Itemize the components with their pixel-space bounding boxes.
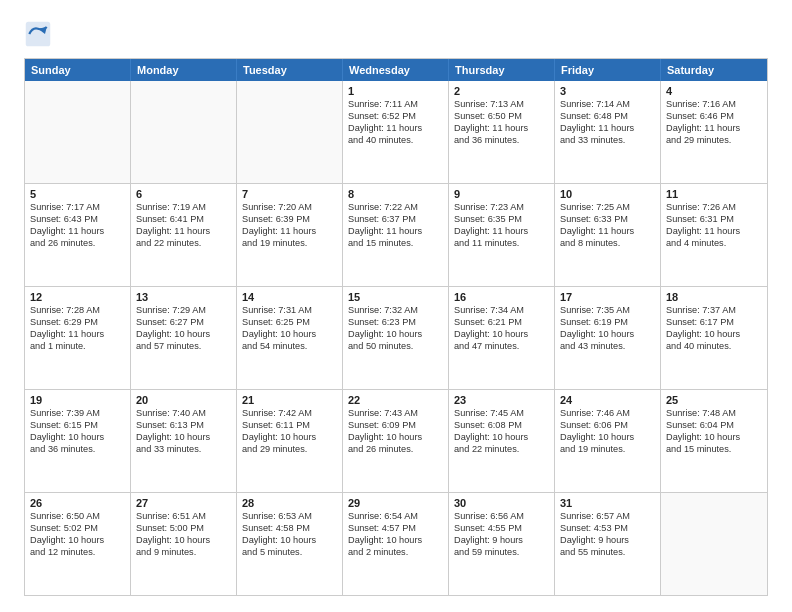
calendar: SundayMondayTuesdayWednesdayThursdayFrid… <box>24 58 768 596</box>
logo-icon <box>24 20 52 48</box>
cell-line: Sunset: 4:55 PM <box>454 523 549 535</box>
cell-line: Daylight: 10 hours <box>666 329 762 341</box>
cell-line: and 29 minutes. <box>242 444 337 456</box>
cell-line: and 1 minute. <box>30 341 125 353</box>
day-number: 13 <box>136 291 231 303</box>
cell-line: Sunrise: 6:54 AM <box>348 511 443 523</box>
cell-line: Daylight: 11 hours <box>560 226 655 238</box>
cell-line: Daylight: 10 hours <box>348 432 443 444</box>
cell-line: Sunrise: 7:48 AM <box>666 408 762 420</box>
cell-line: Sunset: 6:21 PM <box>454 317 549 329</box>
calendar-cell-18: 18Sunrise: 7:37 AMSunset: 6:17 PMDayligh… <box>661 287 767 389</box>
cell-line: and 19 minutes. <box>242 238 337 250</box>
cell-line: and 55 minutes. <box>560 547 655 559</box>
cell-line: Sunrise: 7:11 AM <box>348 99 443 111</box>
day-number: 9 <box>454 188 549 200</box>
calendar-header: SundayMondayTuesdayWednesdayThursdayFrid… <box>25 59 767 81</box>
day-number: 8 <box>348 188 443 200</box>
calendar-cell-empty-0-1 <box>131 81 237 183</box>
cell-line: Sunset: 6:41 PM <box>136 214 231 226</box>
weekday-header-sunday: Sunday <box>25 59 131 81</box>
day-number: 28 <box>242 497 337 509</box>
cell-line: Sunset: 6:48 PM <box>560 111 655 123</box>
cell-line: and 29 minutes. <box>666 135 762 147</box>
cell-line: Sunrise: 7:16 AM <box>666 99 762 111</box>
weekday-header-wednesday: Wednesday <box>343 59 449 81</box>
day-number: 1 <box>348 85 443 97</box>
cell-line: Sunset: 4:58 PM <box>242 523 337 535</box>
cell-line: Daylight: 11 hours <box>454 123 549 135</box>
cell-line: Sunrise: 7:37 AM <box>666 305 762 317</box>
cell-line: Sunset: 4:53 PM <box>560 523 655 535</box>
cell-line: Sunrise: 7:35 AM <box>560 305 655 317</box>
cell-line: Sunset: 6:19 PM <box>560 317 655 329</box>
cell-line: Sunrise: 7:13 AM <box>454 99 549 111</box>
cell-line: Sunrise: 7:42 AM <box>242 408 337 420</box>
cell-line: Sunset: 6:25 PM <box>242 317 337 329</box>
day-number: 17 <box>560 291 655 303</box>
cell-line: Sunrise: 6:53 AM <box>242 511 337 523</box>
calendar-cell-9: 9Sunrise: 7:23 AMSunset: 6:35 PMDaylight… <box>449 184 555 286</box>
cell-line: Sunrise: 6:56 AM <box>454 511 549 523</box>
calendar-cell-19: 19Sunrise: 7:39 AMSunset: 6:15 PMDayligh… <box>25 390 131 492</box>
weekday-header-thursday: Thursday <box>449 59 555 81</box>
cell-line: Sunset: 5:00 PM <box>136 523 231 535</box>
calendar-cell-28: 28Sunrise: 6:53 AMSunset: 4:58 PMDayligh… <box>237 493 343 595</box>
calendar-cell-3: 3Sunrise: 7:14 AMSunset: 6:48 PMDaylight… <box>555 81 661 183</box>
cell-line: and 2 minutes. <box>348 547 443 559</box>
cell-line: Sunrise: 7:23 AM <box>454 202 549 214</box>
day-number: 20 <box>136 394 231 406</box>
day-number: 7 <box>242 188 337 200</box>
cell-line: Daylight: 11 hours <box>560 123 655 135</box>
cell-line: and 26 minutes. <box>348 444 443 456</box>
cell-line: Daylight: 11 hours <box>136 226 231 238</box>
calendar-cell-26: 26Sunrise: 6:50 AMSunset: 5:02 PMDayligh… <box>25 493 131 595</box>
calendar-body: 1Sunrise: 7:11 AMSunset: 6:52 PMDaylight… <box>25 81 767 595</box>
cell-line: and 11 minutes. <box>454 238 549 250</box>
calendar-cell-31: 31Sunrise: 6:57 AMSunset: 4:53 PMDayligh… <box>555 493 661 595</box>
day-number: 6 <box>136 188 231 200</box>
cell-line: Daylight: 11 hours <box>454 226 549 238</box>
calendar-cell-14: 14Sunrise: 7:31 AMSunset: 6:25 PMDayligh… <box>237 287 343 389</box>
cell-line: Daylight: 11 hours <box>348 226 443 238</box>
cell-line: and 12 minutes. <box>30 547 125 559</box>
cell-line: Daylight: 10 hours <box>136 432 231 444</box>
day-number: 16 <box>454 291 549 303</box>
cell-line: and 9 minutes. <box>136 547 231 559</box>
day-number: 19 <box>30 394 125 406</box>
cell-line: Sunrise: 7:26 AM <box>666 202 762 214</box>
calendar-cell-25: 25Sunrise: 7:48 AMSunset: 6:04 PMDayligh… <box>661 390 767 492</box>
cell-line: and 40 minutes. <box>666 341 762 353</box>
cell-line: Daylight: 10 hours <box>242 535 337 547</box>
cell-line: Sunrise: 7:19 AM <box>136 202 231 214</box>
cell-line: Daylight: 9 hours <box>454 535 549 547</box>
day-number: 10 <box>560 188 655 200</box>
cell-line: Sunrise: 7:29 AM <box>136 305 231 317</box>
cell-line: Sunset: 4:57 PM <box>348 523 443 535</box>
cell-line: and 33 minutes. <box>136 444 231 456</box>
cell-line: Sunrise: 6:50 AM <box>30 511 125 523</box>
day-number: 5 <box>30 188 125 200</box>
cell-line: and 26 minutes. <box>30 238 125 250</box>
day-number: 15 <box>348 291 443 303</box>
calendar-cell-24: 24Sunrise: 7:46 AMSunset: 6:06 PMDayligh… <box>555 390 661 492</box>
cell-line: Daylight: 10 hours <box>30 432 125 444</box>
cell-line: and 19 minutes. <box>560 444 655 456</box>
cell-line: Daylight: 10 hours <box>30 535 125 547</box>
day-number: 30 <box>454 497 549 509</box>
calendar-cell-17: 17Sunrise: 7:35 AMSunset: 6:19 PMDayligh… <box>555 287 661 389</box>
cell-line: and 4 minutes. <box>666 238 762 250</box>
cell-line: Daylight: 10 hours <box>454 329 549 341</box>
cell-line: Daylight: 11 hours <box>348 123 443 135</box>
day-number: 12 <box>30 291 125 303</box>
cell-line: Sunrise: 7:22 AM <box>348 202 443 214</box>
calendar-cell-1: 1Sunrise: 7:11 AMSunset: 6:52 PMDaylight… <box>343 81 449 183</box>
cell-line: Sunset: 6:09 PM <box>348 420 443 432</box>
day-number: 18 <box>666 291 762 303</box>
calendar-row-0: 1Sunrise: 7:11 AMSunset: 6:52 PMDaylight… <box>25 81 767 183</box>
weekday-header-friday: Friday <box>555 59 661 81</box>
calendar-cell-10: 10Sunrise: 7:25 AMSunset: 6:33 PMDayligh… <box>555 184 661 286</box>
cell-line: Sunset: 6:04 PM <box>666 420 762 432</box>
cell-line: Sunset: 6:27 PM <box>136 317 231 329</box>
calendar-cell-22: 22Sunrise: 7:43 AMSunset: 6:09 PMDayligh… <box>343 390 449 492</box>
